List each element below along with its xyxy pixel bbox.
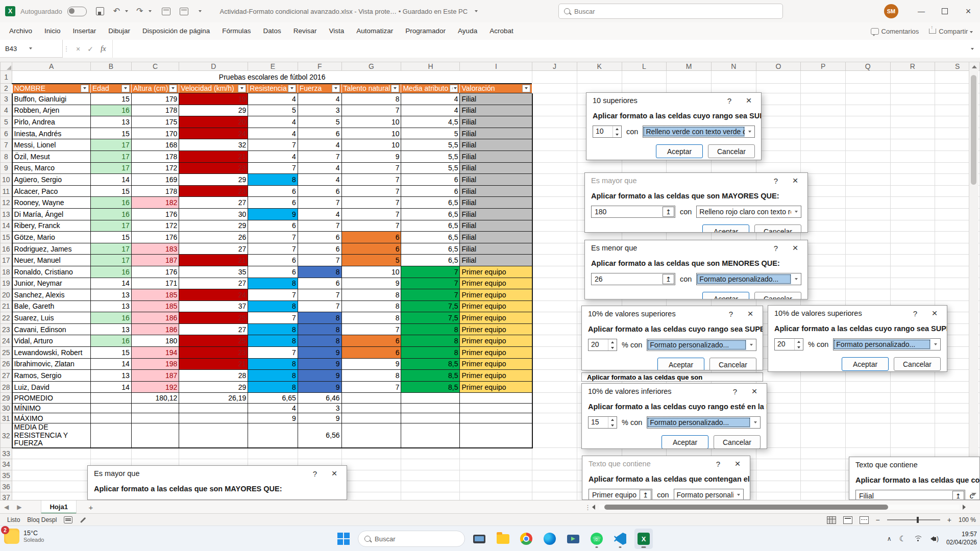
cancel-button[interactable]: Cancelar [714,435,761,449]
row-header-8[interactable]: 8 [1,151,12,162]
cell[interactable] [845,151,890,162]
cell[interactable] [801,151,846,162]
vertical-scrollbar[interactable] [969,62,978,500]
cell[interactable]: 8 [298,323,341,335]
chrome-button[interactable] [517,529,535,549]
cell[interactable]: 179 [131,93,179,105]
cell-player-name[interactable]: Reus, Marco [12,162,91,174]
summary-cell[interactable]: 9 [248,413,298,423]
cell[interactable]: 8 [341,312,401,324]
cell[interactable] [577,71,622,84]
cell[interactable]: 4 [401,93,460,105]
row-header-17[interactable]: 17 [1,255,12,266]
cell[interactable]: 6 [341,243,401,255]
cell[interactable]: 8 [248,300,298,312]
vertical-scroll-thumb[interactable] [971,75,976,185]
cell[interactable]: 6 [298,185,341,197]
cell[interactable]: 6,5 [401,197,460,209]
cell[interactable]: 6,5 [401,243,460,255]
cell[interactable] [890,71,935,84]
cell[interactable]: 29 [179,220,248,232]
cell[interactable] [532,197,577,209]
cell[interactable]: 9 [341,151,401,162]
format-dropdown[interactable]: Formato personalizado... [833,338,941,350]
cell[interactable] [532,220,577,232]
cell[interactable]: 178 [131,105,179,116]
cell[interactable] [801,93,846,105]
cell-player-name[interactable]: Ramos, Sergio [12,370,91,382]
zoom-slider[interactable] [887,519,940,520]
redo-caret-icon[interactable] [149,10,152,12]
cancel-button[interactable]: Cancelar [754,224,801,233]
spinner-up-icon[interactable] [797,341,800,343]
cell[interactable]: 26 [179,232,248,243]
cell[interactable] [801,84,846,93]
cell[interactable]: 7 [298,220,341,232]
collapse-dialog-icon[interactable]: ↥ [952,491,964,500]
cell[interactable]: Filial [460,162,532,174]
value-spinner[interactable]: 20 [588,339,617,351]
undo-caret-icon[interactable] [125,10,128,12]
cell[interactable] [532,93,577,105]
close-icon[interactable]: × [324,468,345,479]
cell[interactable]: 6 [298,243,341,255]
cell[interactable] [622,84,667,93]
cell[interactable] [801,459,846,470]
scroll-up-icon[interactable] [972,65,977,68]
cell[interactable]: 13 [91,116,132,128]
cell[interactable]: 178 [131,151,179,162]
row-header-28[interactable]: 28 [1,381,12,393]
summary-cell[interactable] [401,423,460,448]
cell[interactable]: 17 [91,139,132,151]
cell[interactable]: 7 [298,289,341,301]
cell[interactable] [845,381,890,393]
summary-cell[interactable] [91,393,132,404]
cell[interactable]: 8 [341,370,401,382]
cell[interactable]: 5,5 [401,139,460,151]
value-input[interactable]: 180↥ [591,206,675,218]
row-header-34[interactable]: 34 [1,459,12,470]
cell[interactable]: 13 [91,370,132,382]
spinner-up-icon[interactable] [616,128,619,130]
cell[interactable] [460,448,532,459]
cell[interactable]: 17 [91,243,132,255]
cell[interactable] [577,84,622,93]
cell[interactable] [460,481,532,492]
cell[interactable] [341,448,401,459]
help-icon[interactable]: ? [720,96,739,105]
cell[interactable] [532,481,577,492]
ribbon-tab-datos[interactable]: Datos [257,22,287,40]
summary-cell[interactable] [131,403,179,413]
cell[interactable] [845,403,890,413]
cell[interactable]: 168 [131,139,179,151]
cell[interactable] [890,403,935,413]
cell[interactable] [756,481,801,492]
cell[interactable]: 9 [298,358,341,370]
cell[interactable]: 16 [91,335,132,347]
cell[interactable]: 192 [131,381,179,393]
summary-cell[interactable]: 6,46 [298,393,341,404]
zoom-in-icon[interactable]: + [947,516,951,524]
cell[interactable] [532,448,577,459]
cell[interactable] [845,162,890,174]
filter-button[interactable] [332,85,340,92]
summary-cell[interactable] [460,403,532,413]
ribbon-tab-ayuda[interactable]: Ayuda [452,22,483,40]
cell[interactable]: 185 [131,300,179,312]
cancel-button[interactable]: Cancelar [708,144,755,158]
cell[interactable]: 20 [179,116,248,128]
cell[interactable]: 13 [91,289,132,301]
cell[interactable] [890,208,935,220]
cell[interactable]: 6 [341,232,401,243]
cell[interactable] [532,393,577,404]
cell[interactable] [801,116,846,128]
file-explorer-button[interactable] [494,529,512,549]
cast-button[interactable] [564,529,582,549]
summary-cell[interactable] [91,413,132,423]
row-header-33[interactable]: 33 [1,448,12,459]
summary-cell[interactable]: 6,56 [298,423,341,448]
filter-button[interactable] [169,85,177,92]
cell[interactable]: 32 [179,139,248,151]
cell[interactable]: 9 [298,347,341,359]
cell[interactable] [801,105,846,116]
